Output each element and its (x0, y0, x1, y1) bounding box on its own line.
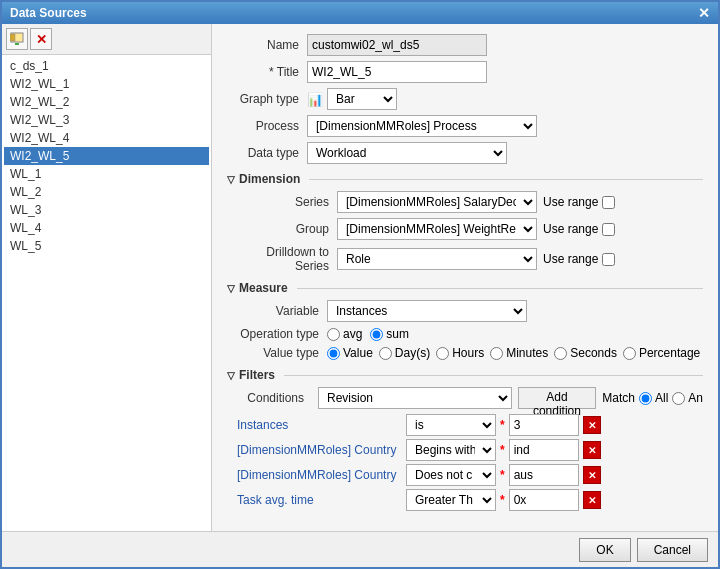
data-type-label: Data type (227, 146, 307, 160)
dialog-title: Data Sources (10, 6, 87, 20)
condition-row: Task avg. time Greater Th * ✕ (237, 489, 703, 511)
filters-triangle: ▽ (227, 370, 235, 381)
group-use-range-checkbox[interactable] (602, 223, 615, 236)
minutes-label: Minutes (506, 346, 548, 360)
condition-row: Instances is * ✕ (237, 414, 703, 436)
condition-operator-0[interactable]: is (406, 414, 496, 436)
tree-item[interactable]: WI2_WL_5 (4, 147, 209, 165)
tree-item[interactable]: WL_1 (4, 165, 209, 183)
operation-type-label: Operation type (237, 327, 327, 341)
hours-radio[interactable] (436, 347, 449, 360)
measure-triangle: ▽ (227, 283, 235, 294)
percentage-radio[interactable] (623, 347, 636, 360)
condition-value-2[interactable] (509, 464, 579, 486)
svg-rect-1 (10, 34, 15, 41)
tree-item[interactable]: WL_5 (4, 237, 209, 255)
measure-section-header: ▽ Measure (227, 281, 703, 295)
title-label: * Title (227, 65, 307, 79)
add-datasource-button[interactable] (6, 28, 28, 50)
process-label: Process (227, 119, 307, 133)
condition-delete-3[interactable]: ✕ (583, 491, 601, 509)
all-label: All (655, 391, 668, 405)
minutes-radio[interactable] (490, 347, 503, 360)
series-select[interactable]: [DimensionMMRoles] SalaryDecimalInput (337, 191, 537, 213)
series-label: Series (247, 195, 337, 209)
group-select[interactable]: [DimensionMMRoles] WeightRealDimension (337, 218, 537, 240)
condition-operator-3[interactable]: Greater Th (406, 489, 496, 511)
condition-value-1[interactable] (509, 439, 579, 461)
ok-button[interactable]: OK (579, 538, 630, 562)
close-button[interactable]: ✕ (698, 5, 710, 21)
avg-radio[interactable] (327, 328, 340, 341)
filters-header-label: Filters (239, 368, 275, 382)
bottom-bar: OK Cancel (2, 531, 718, 567)
group-label: Group (247, 222, 337, 236)
tree-item[interactable]: c_ds_1 (4, 57, 209, 75)
all-radio-label[interactable]: All (639, 391, 668, 405)
datasource-tree: c_ds_1WI2_WL_1WI2_WL_2WI2_WL_3WI2_WL_4WI… (2, 55, 211, 531)
all-radio[interactable] (639, 392, 652, 405)
variable-select[interactable]: Instances (327, 300, 527, 322)
seconds-radio-label[interactable]: Seconds (554, 346, 617, 360)
name-field[interactable] (307, 34, 487, 56)
dimension-section-header: ▽ Dimension (227, 172, 703, 186)
graph-type-select[interactable]: Bar Line Pie (327, 88, 397, 110)
condition-row: [DimensionMMRoles] Country Begins with *… (237, 439, 703, 461)
days-radio-label[interactable]: Day(s) (379, 346, 430, 360)
data-type-select[interactable]: Workload (307, 142, 507, 164)
seconds-label: Seconds (570, 346, 617, 360)
tree-item[interactable]: WI2_WL_3 (4, 111, 209, 129)
hours-radio-label[interactable]: Hours (436, 346, 484, 360)
tree-item[interactable]: WL_3 (4, 201, 209, 219)
seconds-radio[interactable] (554, 347, 567, 360)
add-condition-button[interactable]: Add condition (518, 387, 597, 409)
tree-item[interactable]: WI2_WL_2 (4, 93, 209, 111)
value-radio[interactable] (327, 347, 340, 360)
conditions-select[interactable]: Revision (318, 387, 512, 409)
tree-item[interactable]: WL_2 (4, 183, 209, 201)
condition-value-0[interactable] (509, 414, 579, 436)
process-row: Process [DimensionMMRoles] Process (227, 115, 703, 137)
operation-type-row: Operation type avg sum (227, 327, 703, 341)
minutes-radio-label[interactable]: Minutes (490, 346, 548, 360)
process-select[interactable]: [DimensionMMRoles] Process (307, 115, 537, 137)
condition-delete-1[interactable]: ✕ (583, 441, 601, 459)
hours-label: Hours (452, 346, 484, 360)
bar-chart-icon: 📊 (307, 92, 323, 107)
drilldown-select[interactable]: Role (337, 248, 537, 270)
condition-label-3: Task avg. time (237, 493, 402, 507)
series-row: Series [DimensionMMRoles] SalaryDecimalI… (227, 191, 703, 213)
value-radio-label[interactable]: Value (327, 346, 373, 360)
cancel-button[interactable]: Cancel (637, 538, 708, 562)
avg-radio-label[interactable]: avg (327, 327, 362, 341)
value-type-radio-group: Value Day(s) Hours Minutes (327, 346, 700, 360)
percentage-label: Percentage (639, 346, 700, 360)
condition-operator-1[interactable]: Begins with (406, 439, 496, 461)
days-radio[interactable] (379, 347, 392, 360)
tree-item[interactable]: WI2_WL_4 (4, 129, 209, 147)
sum-radio-label[interactable]: sum (370, 327, 409, 341)
delete-datasource-button[interactable]: ✕ (30, 28, 52, 50)
drilldown-use-range-checkbox[interactable] (602, 253, 615, 266)
measure-divider (297, 288, 703, 289)
condition-delete-2[interactable]: ✕ (583, 466, 601, 484)
graph-type-control: 📊 Bar Line Pie (307, 88, 397, 110)
series-use-range-checkbox[interactable] (602, 196, 615, 209)
an-label: An (688, 391, 703, 405)
group-use-range-label: Use range (543, 222, 598, 236)
group-row: Group [DimensionMMRoles] WeightRealDimen… (227, 218, 703, 240)
an-radio-label[interactable]: An (672, 391, 703, 405)
title-field[interactable] (307, 61, 487, 83)
condition-delete-0[interactable]: ✕ (583, 416, 601, 434)
percentage-radio-label[interactable]: Percentage (623, 346, 700, 360)
tree-item[interactable]: WI2_WL_1 (4, 75, 209, 93)
sum-radio[interactable] (370, 328, 383, 341)
condition-rows-container: Instances is * ✕ [DimensionMMRoles] Coun… (227, 414, 703, 511)
condition-value-3[interactable] (509, 489, 579, 511)
condition-label-0: Instances (237, 418, 402, 432)
condition-operator-2[interactable]: Does not c (406, 464, 496, 486)
an-radio[interactable] (672, 392, 685, 405)
name-label: Name (227, 38, 307, 52)
tree-item[interactable]: WL_4 (4, 219, 209, 237)
sum-label: sum (386, 327, 409, 341)
